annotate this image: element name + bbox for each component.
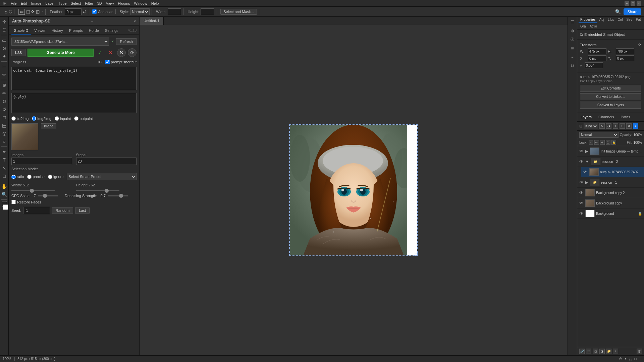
layers-tab-channels[interactable]: Channels: [595, 113, 617, 121]
menu-type[interactable]: Type: [59, 1, 67, 5]
layer-eye-init[interactable]: 👁: [579, 149, 584, 154]
mode-outpaint[interactable]: outpaint: [74, 116, 93, 121]
gradient-tool[interactable]: ▤: [1, 122, 8, 129]
status-icon-5[interactable]: ⊞: [639, 357, 641, 361]
crop-tool[interactable]: ⊢: [1, 63, 8, 70]
add-mask-btn[interactable]: ◻: [593, 349, 598, 354]
images-input[interactable]: [11, 158, 72, 165]
add-style-btn[interactable]: fx: [586, 349, 591, 354]
select-mask-button[interactable]: Select and Mask...: [220, 9, 257, 15]
add-layer-btn[interactable]: +: [613, 349, 618, 354]
glyphs-icon[interactable]: Ω: [569, 62, 576, 69]
tool-2[interactable]: ⬚: [26, 9, 30, 14]
props-tab-col[interactable]: Col: [616, 17, 624, 23]
style-select[interactable]: Normal: [130, 8, 150, 15]
status-icon-1[interactable]: ⏱: [619, 357, 622, 361]
menu-filter[interactable]: Filter: [85, 1, 93, 5]
layer-eye-bg-copy[interactable]: 👁: [579, 201, 584, 205]
layer-eye-session1[interactable]: 👁: [579, 180, 584, 185]
positive-prompt-input[interactable]: cute cat, {painterly_style_1}: [11, 67, 137, 90]
layer-item-init-group[interactable]: 👁 ▶ Init Image Group — temporary: [577, 146, 644, 157]
layer-toggle-btn[interactable]: ●: [633, 123, 638, 129]
add-adj-btn[interactable]: ◑: [599, 349, 605, 354]
tool-rect[interactable]: ▭: [18, 9, 25, 15]
tool-5[interactable]: ⬝: [41, 9, 43, 14]
sd-tab-stable[interactable]: Stable D: [11, 27, 31, 35]
canvas-corner-handle[interactable]: [415, 253, 418, 256]
sd-panel-close[interactable]: ×: [134, 19, 136, 23]
seed-input[interactable]: [23, 207, 50, 214]
config-icon[interactable]: S: [117, 48, 126, 57]
model-select[interactable]: SD15NewVAEpruned.ckpt [27a4a...: [11, 38, 109, 46]
mode-txt2img[interactable]: txt2img: [11, 116, 29, 121]
menu-file[interactable]: File: [11, 1, 17, 5]
lock-position-btn[interactable]: ✛: [600, 140, 605, 145]
layer-eye-background[interactable]: 👁: [579, 211, 584, 216]
lasso-tool[interactable]: ⊙: [1, 45, 8, 52]
zoom-tool[interactable]: 🔍: [1, 191, 8, 198]
sd-tab-settings[interactable]: Settings: [102, 27, 121, 35]
status-icon-3[interactable]: ⬚: [629, 357, 632, 361]
props-tab-actio[interactable]: Actio: [588, 23, 599, 29]
refresh-button[interactable]: Refresh: [116, 38, 137, 45]
search-icon[interactable]: 🔍: [615, 9, 621, 14]
props-tab-adj[interactable]: Adj: [598, 17, 606, 23]
mode-img2img[interactable]: img2img: [32, 116, 51, 121]
smart-preset-select[interactable]: Select Smart Preset: [67, 173, 137, 180]
status-icon-2[interactable]: ✦: [624, 357, 627, 361]
magic-wand[interactable]: ✦: [1, 53, 8, 60]
properties-panel-icon[interactable]: ☰: [569, 18, 576, 25]
link-layers-btn[interactable]: 🔗: [579, 349, 585, 354]
width-input[interactable]: [168, 8, 181, 15]
layer-fx-btn[interactable]: fx: [599, 123, 605, 129]
layer-eye-session2[interactable]: 👁: [579, 159, 584, 164]
cfg-slider[interactable]: [38, 195, 58, 196]
denoising-slider[interactable]: [108, 195, 128, 196]
hand-tool[interactable]: ✋: [1, 183, 8, 190]
info-icon[interactable]: ⓘ: [569, 36, 576, 43]
props-tab-libs[interactable]: Libs: [606, 17, 615, 23]
layer-type-btn[interactable]: T: [613, 123, 618, 129]
sel-ignore[interactable]: ignore: [48, 175, 64, 179]
props-tab-sev[interactable]: Sev: [625, 17, 634, 23]
status-icon-4[interactable]: ◻: [634, 357, 637, 361]
l2s-button[interactable]: L2S: [11, 49, 25, 56]
random-button[interactable]: Random: [52, 207, 73, 214]
artboard-tool[interactable]: ⬡: [1, 26, 8, 34]
lock-artboard-btn[interactable]: ⬡: [606, 140, 610, 145]
transform-h-input[interactable]: [616, 48, 634, 54]
layers-tab-paths[interactable]: Paths: [618, 113, 634, 121]
canvas-image[interactable]: [290, 125, 417, 255]
negative-prompt-input[interactable]: {ugly}: [11, 93, 137, 113]
menu-window[interactable]: Window: [134, 1, 147, 5]
delete-layer-btn[interactable]: 🗑: [637, 349, 642, 354]
history-brush[interactable]: ↺: [1, 106, 8, 113]
canvas-tab-untitled[interactable]: Untitled-1: [140, 17, 164, 25]
pen-tool[interactable]: ✒: [1, 148, 8, 156]
transform-w-input[interactable]: [588, 48, 606, 54]
menu-image[interactable]: Image: [31, 1, 42, 5]
sel-ratio[interactable]: ratio: [11, 175, 24, 179]
eraser-tool[interactable]: ◻: [1, 114, 8, 121]
stop-icon[interactable]: ✕: [106, 48, 115, 57]
layer-item-background[interactable]: 👁 Background 🔒: [577, 208, 644, 219]
sd-panel-minimize[interactable]: −: [91, 19, 93, 23]
image-thumbnail[interactable]: [11, 123, 38, 150]
restore-faces-checkbox[interactable]: [11, 200, 16, 204]
props-tab-gra[interactable]: Gra: [579, 23, 588, 29]
steps-input[interactable]: [76, 158, 137, 165]
add-group-btn[interactable]: 📁: [606, 349, 611, 354]
mode-inpaint[interactable]: inpaint: [55, 116, 71, 121]
libraries-icon[interactable]: ≡: [569, 53, 576, 60]
layer-comp-icon[interactable]: ⊞: [569, 44, 576, 52]
layer-smart-btn[interactable]: ⧉: [626, 123, 632, 129]
layer-shape-btn[interactable]: □: [620, 123, 625, 129]
menu-select[interactable]: Select: [71, 1, 81, 5]
lock-all-btn[interactable]: 🔒: [611, 140, 616, 145]
layers-kind-select[interactable]: Kind: [584, 123, 598, 129]
menu-help[interactable]: Help: [151, 1, 159, 5]
type-tool[interactable]: T: [1, 156, 8, 164]
sd-tab-horde[interactable]: Horde: [86, 27, 102, 35]
transform-y-input[interactable]: [616, 55, 634, 61]
layer-item-session2[interactable]: 👁 ▼ 📁 session - 2: [577, 157, 644, 167]
